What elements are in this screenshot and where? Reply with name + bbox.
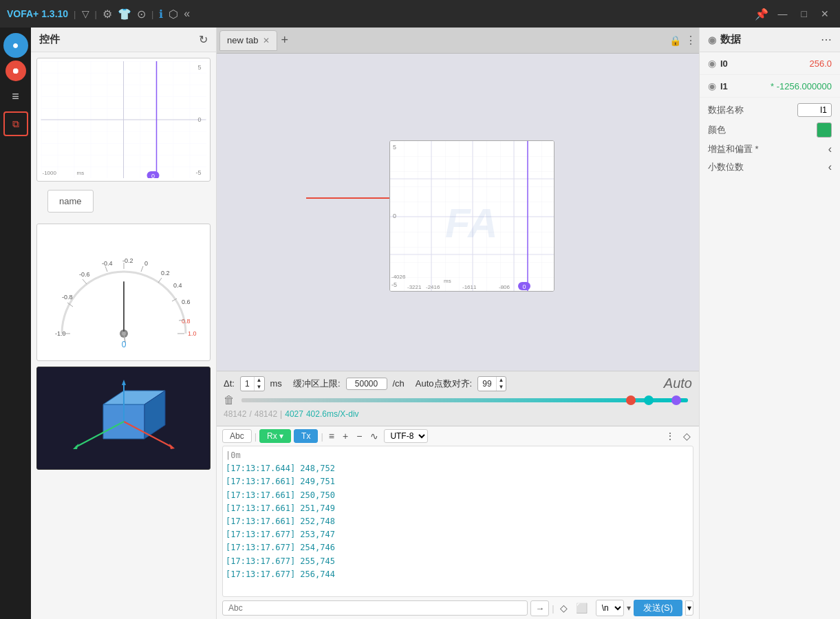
newline-select[interactable]: \n [596,600,624,616]
serial-log: |0m [17:13:17.644] 248,752 [17:13:17.661… [222,446,693,597]
rx-dropdown-icon: ▾ [279,431,283,441]
log-line-7: [17:13:17.677] 255,745 [226,555,690,568]
detail-gain-label: 增益和偏置 * [708,143,759,155]
abc-btn[interactable]: Abc [222,429,252,443]
delta-t-spinners[interactable]: ▲ ▼ [254,377,264,391]
tab-label: new tab [227,35,259,45]
serial-eraser-icon[interactable]: ◇ [680,429,693,443]
detail-color-swatch[interactable] [817,122,832,138]
delta-t-label: Δt: [224,378,235,389]
titlebar: VOFA+ 1.3.10 | ▽ | ⚙ 👕 ⊙ | ℹ ⬡ « 📌 — □ ✕ [0,0,840,28]
auto-align-spinners[interactable]: ▲ ▼ [496,377,506,391]
wave-icon[interactable]: ∿ [367,429,381,443]
i0-name: I0 [720,58,805,69]
rx-label: Rx [267,431,277,441]
auto-align-value[interactable]: 99 [478,378,495,389]
tab-close-btn[interactable]: ✕ [263,36,270,45]
tab-newtab[interactable]: new tab ✕ [219,30,277,51]
sidebar-icon-copy[interactable]: ⧉ [3,111,28,136]
svg-point-41 [122,332,126,336]
pin-icon[interactable]: 📌 [755,8,768,21]
serial-copy-icon[interactable]: ⬜ [573,601,590,615]
svg-line-33 [158,278,162,283]
mini-chart: 5 0 -5 -1000 ms -600 -400 -200 0 [36,58,211,182]
svg-line-30 [105,266,107,272]
title-icon-target[interactable]: ⊙ [137,8,146,21]
detail-row-decimal: 小数位数 ‹ [708,161,832,173]
unit-line: |0m [226,449,690,462]
sidebar-icon-home[interactable]: ● [3,33,28,58]
i1-eye-icon[interactable]: ◉ [708,80,716,91]
title-icon-shirt[interactable]: 👕 [118,8,131,21]
title-sep3: | [151,9,153,19]
auto-align-container: 99 ▲ ▼ [477,376,506,391]
rx-btn[interactable]: Rx ▾ [259,429,291,443]
trash-icon[interactable]: 🗑 [224,394,235,406]
svg-text:1.0: 1.0 [188,330,197,337]
serial-toolbar: Abc | Rx ▾ Tx | ≡ + − ∿ UTF-8 ⋮ ◇ [222,429,693,443]
auto-align-up[interactable]: ▲ [497,377,506,384]
svg-line-32 [141,266,143,272]
encoding-select[interactable]: UTF-8 [384,429,428,443]
serial-clear-icon[interactable]: ◇ [557,601,570,615]
slider-thumb-teal[interactable] [644,395,654,405]
delta-t-up[interactable]: ▲ [255,377,264,384]
serial-sep: | [552,603,554,613]
detail-decimal-chevron[interactable]: ‹ [828,161,832,173]
refresh-btn[interactable]: ↻ [199,33,208,46]
close-btn[interactable]: ✕ [817,7,833,21]
send-dropdown-btn[interactable]: ▾ [685,600,693,616]
plus-icon[interactable]: + [340,429,351,443]
svg-text:0.8: 0.8 [182,318,191,325]
tab-more-icon[interactable]: ⋮ [685,34,696,47]
svg-text:0: 0 [121,340,126,349]
toolbar-sep2: | [321,431,323,442]
detail-name-label: 数据名称 [708,104,744,116]
log-line-5: [17:13:17.677] 253,747 [226,528,690,541]
detail-name-input[interactable] [797,103,832,117]
auto-align-down[interactable]: ▼ [497,384,506,391]
title-icon-back[interactable]: « [184,8,190,20]
svg-text:0: 0 [198,116,202,123]
send-btn[interactable]: 发送(S) [634,600,682,616]
window-controls[interactable]: — □ ✕ [774,7,833,21]
delta-t-value[interactable]: 1 [241,378,254,389]
right-header: ◉ 数据 ⋯ [700,28,840,52]
tab-new-btn[interactable]: + [277,33,293,47]
mini-chart-svg: 5 0 -5 -1000 ms -600 -400 -200 0 [40,61,207,178]
right-panel-title: ◉ 数据 [708,33,741,46]
delta-t-input-container: 1 ▲ ▼ [240,376,265,391]
restore-btn[interactable]: □ [797,7,811,21]
tab-lock-icon[interactable]: 🔒 [669,35,681,46]
slider-track[interactable] [241,398,688,402]
controls-content: 5 0 -5 -1000 ms -600 -400 -200 0 name [31,52,216,619]
slider-thumb-purple[interactable] [671,395,681,405]
delta-t-down[interactable]: ▼ [255,384,264,391]
svg-text:-1611: -1611 [462,284,477,290]
svg-text:FA: FA [445,200,498,246]
slider-row: 🗑 [224,394,692,406]
tab-bar: new tab ✕ + 🔒 ⋮ [217,28,699,54]
buffer-unit: /ch [393,378,405,389]
title-icon-fp[interactable]: ⬡ [169,8,178,21]
sidebar-icon-menu[interactable]: ≡ [3,84,28,109]
detail-gain-chevron[interactable]: ‹ [828,143,832,155]
counter-sep: / [249,409,251,419]
serial-more-icon[interactable]: ⋮ [663,429,678,443]
title-icon-info[interactable]: ℹ [159,8,163,21]
i0-eye-icon[interactable]: ◉ [708,58,716,69]
title-icon-dropdown[interactable]: ▽ [82,8,89,19]
align-icon[interactable]: ≡ [326,429,337,443]
minus-icon[interactable]: − [354,429,365,443]
minimize-btn[interactable]: — [774,7,792,21]
log-line-8: [17:13:17.677] 256,744 [226,568,690,581]
sidebar-icon-record[interactable]: ⏺ [6,61,26,81]
log-line-2: [17:13:17.661] 250,750 [226,489,690,502]
tx-btn[interactable]: Tx [294,429,318,443]
slider-thumb-red[interactable] [626,395,636,405]
serial-send-arrow-btn[interactable]: → [530,600,549,616]
right-more-btn[interactable]: ⋯ [821,33,832,46]
serial-input-field[interactable] [222,600,528,616]
title-icon-tools[interactable]: ⚙ [103,8,112,21]
svg-text:-4026: -4026 [391,274,406,280]
